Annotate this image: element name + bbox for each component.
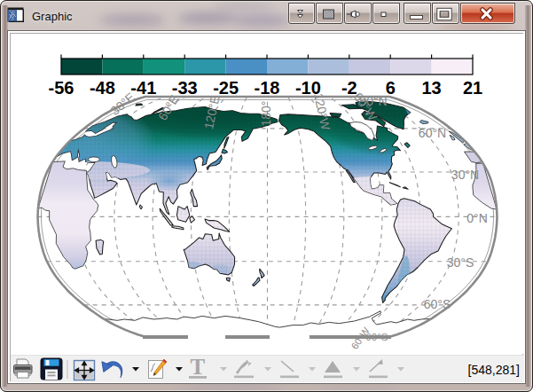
svg-text:30°N: 30°N [451,168,479,182]
svg-text:T: T [191,356,206,379]
svg-text:180°: 180° [259,101,273,127]
svg-text:60°S: 60°S [424,297,451,311]
svg-text:60°N: 60°N [419,126,446,140]
svg-text:30°S: 30°S [447,255,474,270]
svg-text:0°N: 0°N [466,211,488,225]
svg-text:90°S: 90°S [365,332,388,342]
